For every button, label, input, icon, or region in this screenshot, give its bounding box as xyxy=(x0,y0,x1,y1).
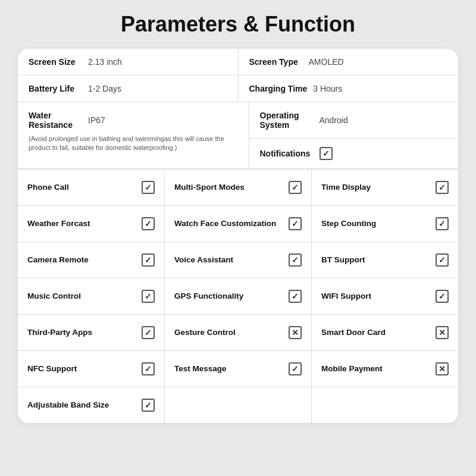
time-display-label: Time Display xyxy=(321,182,431,193)
camera-remote-check xyxy=(142,253,155,267)
third-party-apps-label: Third-Party Apps xyxy=(27,327,137,338)
camera-remote-label: Camera Remote xyxy=(27,255,137,265)
adjustable-band-cell: Adjustable Band Size xyxy=(18,387,165,423)
test-message-check xyxy=(289,362,302,375)
third-party-apps-check xyxy=(142,326,155,339)
nfc-support-check xyxy=(142,362,155,375)
phone-call-label: Phone Call xyxy=(27,182,137,193)
notifications-checkbox xyxy=(320,147,333,160)
weather-forcast-cell: Weather Forcast xyxy=(18,206,165,242)
right-col-3: OperatingSystem Android Notifications xyxy=(249,102,459,168)
gps-cell: GPS Functionality xyxy=(165,278,312,314)
smart-door-card-cell: Smart Door Card xyxy=(312,315,458,350)
bt-support-check xyxy=(436,253,449,267)
camera-remote-cell: Camera Remote xyxy=(18,242,165,278)
features-row-5: Third-Party Apps Gesture Control Smart D… xyxy=(18,314,458,350)
mobile-payment-label: Mobile Payment xyxy=(321,364,431,374)
screen-size-cell: Screen Size 2.13 inch xyxy=(18,49,238,75)
notifications-cell: Notifications xyxy=(249,139,459,168)
features-row-6: NFC Support Test Message Mobile Payment xyxy=(18,350,458,387)
charging-time-cell: Charging Time 3 Hours xyxy=(239,76,459,102)
features-row-4: Music Control GPS Functionality WIFI Sup… xyxy=(18,278,458,314)
time-display-cell: Time Display xyxy=(312,170,458,205)
screen-type-value: AMOLED xyxy=(309,57,344,67)
battery-life-value: 1-2 Days xyxy=(88,84,121,93)
features-row-2: Weather Forcast Watch Face Customization… xyxy=(18,205,458,242)
watch-face-cell: Watch Face Customization xyxy=(165,206,312,242)
mobile-payment-check xyxy=(436,362,449,375)
screen-size-value: 2.13 inch xyxy=(88,57,122,67)
multi-sport-check xyxy=(289,181,302,194)
charging-time-value: 3 Hours xyxy=(313,84,342,93)
screen-size-label: Screen Size xyxy=(29,57,82,67)
operating-system-cell: OperatingSystem Android xyxy=(249,102,459,139)
features-row-7: Adjustable Band Size xyxy=(18,387,458,423)
water-resistance-cell: WaterResistance IP67 (Avoid prolonged us… xyxy=(18,102,249,168)
screen-type-label: Screen Type xyxy=(249,57,303,67)
gesture-control-cell: Gesture Control xyxy=(165,315,312,350)
mobile-payment-cell: Mobile Payment xyxy=(312,351,458,387)
music-control-check xyxy=(142,290,155,303)
empty-cell-2 xyxy=(312,387,458,423)
page-wrapper: Parameters & Function Screen Size 2.13 i… xyxy=(0,0,476,476)
water-resistance-value: IP67 xyxy=(88,115,105,125)
specs-row-1: Screen Size 2.13 inch Screen Type AMOLED xyxy=(18,49,458,76)
specs-row-2: Battery Life 1-2 Days Charging Time 3 Ho… xyxy=(18,76,458,102)
battery-life-cell: Battery Life 1-2 Days xyxy=(18,76,238,102)
specs-section: Screen Size 2.13 inch Screen Type AMOLED… xyxy=(18,49,458,169)
screen-type-cell: Screen Type AMOLED xyxy=(239,49,459,75)
nfc-support-cell: NFC Support xyxy=(18,351,165,387)
voice-assistant-cell: Voice Assistant xyxy=(165,242,312,278)
wifi-support-label: WIFI Support xyxy=(321,291,431,302)
test-message-cell: Test Message xyxy=(165,351,312,387)
water-resistance-note: (Avoid prolonged use in bathing and swim… xyxy=(29,134,238,153)
card: Screen Size 2.13 inch Screen Type AMOLED… xyxy=(18,49,458,423)
gesture-control-label: Gesture Control xyxy=(174,327,284,338)
step-counting-cell: Step Counting xyxy=(312,206,458,242)
adjustable-band-check xyxy=(142,399,155,412)
time-display-check xyxy=(436,181,449,194)
weather-forcast-label: Weather Forcast xyxy=(27,218,137,229)
nfc-support-label: NFC Support xyxy=(27,364,137,374)
watch-face-check xyxy=(289,217,302,230)
water-top: WaterResistance IP67 xyxy=(29,111,238,130)
phone-call-check xyxy=(142,181,155,194)
third-party-apps-cell: Third-Party Apps xyxy=(18,315,165,350)
gesture-control-check xyxy=(289,326,302,339)
smart-door-card-label: Smart Door Card xyxy=(321,327,431,338)
watch-face-label: Watch Face Customization xyxy=(174,218,284,229)
phone-call-cell: Phone Call xyxy=(18,170,165,205)
operating-system-value: Android xyxy=(320,115,348,125)
features-row-1: Phone Call Multi-Sport Modes Time Displa… xyxy=(18,169,458,205)
battery-life-label: Battery Life xyxy=(29,84,82,93)
multi-sport-label: Multi-Sport Modes xyxy=(174,182,284,193)
voice-assistant-check xyxy=(289,253,302,267)
smart-door-card-check xyxy=(436,326,449,339)
gps-label: GPS Functionality xyxy=(174,291,284,302)
specs-row-3: WaterResistance IP67 (Avoid prolonged us… xyxy=(18,102,458,168)
page-title: Parameters & Function xyxy=(121,12,355,37)
test-message-label: Test Message xyxy=(174,364,284,374)
step-counting-check xyxy=(436,217,449,230)
wifi-support-cell: WIFI Support xyxy=(312,278,458,314)
operating-system-label: OperatingSystem xyxy=(260,111,314,130)
notifications-label: Notifications xyxy=(260,149,314,158)
music-control-cell: Music Control xyxy=(18,278,165,314)
wifi-support-check xyxy=(436,290,449,303)
water-resistance-label: WaterResistance xyxy=(29,111,82,130)
multi-sport-cell: Multi-Sport Modes xyxy=(165,170,312,205)
weather-forcast-check xyxy=(142,217,155,230)
adjustable-band-label: Adjustable Band Size xyxy=(27,400,137,411)
step-counting-label: Step Counting xyxy=(321,218,431,229)
gps-check xyxy=(289,290,302,303)
music-control-label: Music Control xyxy=(27,291,137,302)
features-section: Phone Call Multi-Sport Modes Time Displa… xyxy=(18,169,458,423)
charging-time-label: Charging Time xyxy=(249,84,308,93)
features-row-3: Camera Remote Voice Assistant BT Support xyxy=(18,242,458,278)
bt-support-cell: BT Support xyxy=(312,242,458,278)
empty-cell-1 xyxy=(165,387,312,423)
bt-support-label: BT Support xyxy=(321,255,431,265)
voice-assistant-label: Voice Assistant xyxy=(174,255,284,265)
